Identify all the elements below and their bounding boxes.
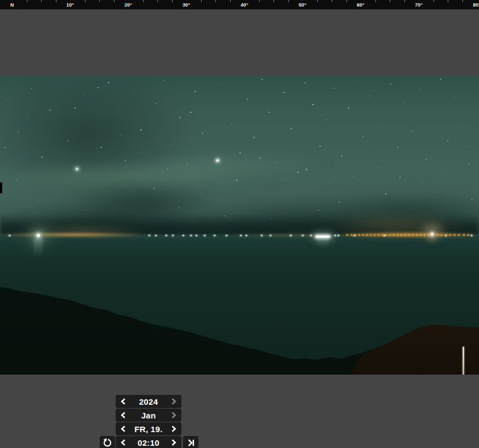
distant-city-light	[441, 234, 442, 236]
month-prev-button[interactable]	[119, 410, 128, 420]
star	[353, 177, 353, 177]
compass-tick	[201, 0, 202, 2]
compass-tick	[259, 0, 260, 2]
star	[412, 130, 413, 131]
compass-tick	[332, 0, 332, 2]
panorama-image[interactable]	[0, 76, 479, 375]
distant-city-light	[381, 234, 383, 236]
distant-white-light	[471, 235, 472, 236]
time-next-button[interactable]	[169, 438, 178, 447]
star	[133, 94, 134, 94]
pan-left-handle[interactable]	[0, 182, 2, 193]
compass-degree-label: 80°	[473, 2, 479, 8]
star	[334, 88, 335, 89]
month-next-button[interactable]	[169, 410, 178, 420]
time-prev-button[interactable]	[119, 438, 128, 447]
star	[419, 89, 419, 89]
distant-white-light	[196, 235, 197, 236]
time-stepper: 02:10	[116, 436, 181, 448]
compass-tick	[288, 0, 289, 2]
skip-to-latest-button[interactable]	[183, 436, 198, 448]
year-prev-button[interactable]	[119, 397, 128, 406]
compass-tick	[114, 0, 115, 2]
distant-city-light	[358, 234, 360, 236]
distant-white-light	[290, 235, 292, 236]
distant-city-light	[449, 234, 451, 236]
star	[469, 147, 470, 147]
star	[447, 140, 448, 141]
compass-tick	[27, 0, 27, 2]
distant-city-light	[346, 234, 348, 236]
star	[348, 107, 349, 108]
compass-degree-label: N	[10, 2, 14, 8]
distant-city-light	[355, 234, 356, 236]
distant-city-light	[412, 234, 414, 236]
star	[469, 163, 470, 164]
distant-city-light	[385, 234, 387, 236]
year-next-button[interactable]	[169, 397, 178, 406]
distant-white-light	[334, 235, 336, 236]
star	[376, 152, 377, 153]
compass-tick	[230, 0, 231, 2]
day-next-button[interactable]	[169, 424, 178, 434]
distant-city-light	[454, 234, 455, 236]
star	[247, 99, 248, 100]
year-value: 2024	[139, 397, 158, 406]
chevron-left-icon	[119, 397, 127, 406]
distant-city-light	[397, 234, 398, 236]
day-stepper: FR, 19.	[116, 422, 181, 435]
distant-white-light	[149, 235, 150, 236]
compass-tick	[404, 0, 405, 2]
star	[167, 169, 168, 170]
compass-degree-label: 40°	[241, 2, 248, 8]
chevron-left-icon	[119, 411, 127, 420]
compass-tick	[56, 0, 56, 2]
refresh-button[interactable]	[100, 436, 115, 448]
day-prev-button[interactable]	[119, 424, 128, 434]
compass-tick	[390, 0, 390, 2]
distant-city-light	[362, 234, 364, 236]
distant-white-light	[270, 235, 271, 236]
compass-ruler: N10°20°30°40°50°60°70°80°	[0, 0, 479, 9]
time-value: 02:10	[138, 438, 159, 447]
distant-city-light	[463, 234, 465, 236]
distant-city-light	[424, 234, 425, 236]
compass-tick	[448, 0, 448, 2]
compass-tick	[85, 0, 85, 2]
star	[11, 163, 12, 164]
distant-white-light	[9, 235, 10, 236]
star	[327, 119, 327, 120]
star	[52, 171, 53, 172]
distant-white-light	[302, 235, 304, 236]
refresh-box	[100, 436, 115, 448]
distant-city-light	[416, 234, 418, 236]
star	[305, 82, 306, 83]
bright-shore-light	[431, 233, 434, 236]
star	[148, 169, 149, 169]
star	[31, 88, 32, 89]
star	[283, 92, 284, 93]
compass-tick	[346, 0, 347, 2]
star	[312, 104, 313, 105]
star	[101, 147, 102, 148]
compass-degree-label: 30°	[183, 2, 190, 8]
distant-city-light	[389, 234, 391, 236]
star	[446, 169, 446, 169]
star	[140, 129, 141, 130]
distant-city-light	[370, 234, 372, 236]
star	[108, 82, 109, 83]
distant-white-light	[155, 235, 157, 236]
compass-tick	[317, 0, 318, 2]
star	[16, 180, 17, 180]
chevron-left-icon	[119, 438, 127, 447]
star	[75, 107, 76, 108]
compass-tick	[375, 0, 376, 2]
star	[306, 169, 307, 170]
distant-white-light	[226, 235, 227, 236]
compass-degree-label: 10°	[66, 2, 74, 8]
distant-city-light	[401, 234, 402, 236]
compass-tick	[463, 0, 463, 2]
horizon-glow-left	[0, 232, 153, 237]
light-pole	[463, 347, 464, 375]
star	[369, 95, 370, 96]
